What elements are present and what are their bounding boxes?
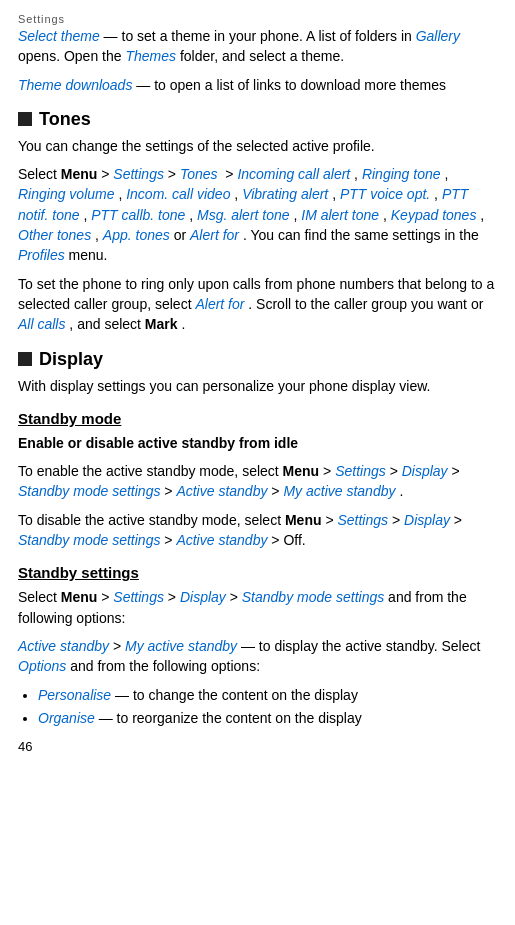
display-heading: Display	[18, 349, 497, 370]
tones-menu-path: Select Menu > Settings > Tones > Incomin…	[18, 164, 497, 265]
page-header: Settings	[18, 10, 497, 26]
tones-alert-for: To set the phone to ring only upon calls…	[18, 274, 497, 335]
standby-mode-heading: Standby mode	[18, 410, 497, 427]
page-content: Select theme — to set a theme in your ph…	[18, 26, 497, 729]
page-number: 46	[18, 739, 497, 754]
list-item: Organise — to reorganize the content on …	[38, 708, 497, 729]
standby-settings-menu: Select Menu > Settings > Display > Stand…	[18, 587, 497, 628]
tones-title: Tones	[39, 109, 91, 130]
gallery-link: Gallery	[416, 28, 460, 44]
enable-disable-heading: Enable or disable active standby from id…	[18, 433, 497, 453]
standby-settings-heading: Standby settings	[18, 564, 497, 581]
active-standby-options: Active standby > My active standby — to …	[18, 636, 497, 677]
display-intro: With display settings you can personaliz…	[18, 376, 497, 396]
display-title: Display	[39, 349, 103, 370]
disable-standby-para: To disable the active standby mode, sele…	[18, 510, 497, 551]
theme-downloads-link: Theme downloads	[18, 77, 132, 93]
standby-bullet-list: Personalise — to change the content on t…	[38, 685, 497, 729]
list-item: Personalise — to change the content on t…	[38, 685, 497, 706]
organise-link: Organise	[38, 710, 95, 726]
themes-link: Themes	[125, 48, 176, 64]
tones-intro: You can change the settings of the selec…	[18, 136, 497, 156]
select-theme-link: Select theme	[18, 28, 100, 44]
tones-heading: Tones	[18, 109, 497, 130]
enable-standby-para: To enable the active standby mode, selec…	[18, 461, 497, 502]
theme-downloads-paragraph: Theme downloads — to open a list of link…	[18, 75, 497, 95]
menu-bold: Menu	[61, 166, 98, 182]
display-square-icon	[18, 352, 32, 366]
select-theme-paragraph: Select theme — to set a theme in your ph…	[18, 26, 497, 67]
tones-square-icon	[18, 112, 32, 126]
personalise-link: Personalise	[38, 687, 111, 703]
